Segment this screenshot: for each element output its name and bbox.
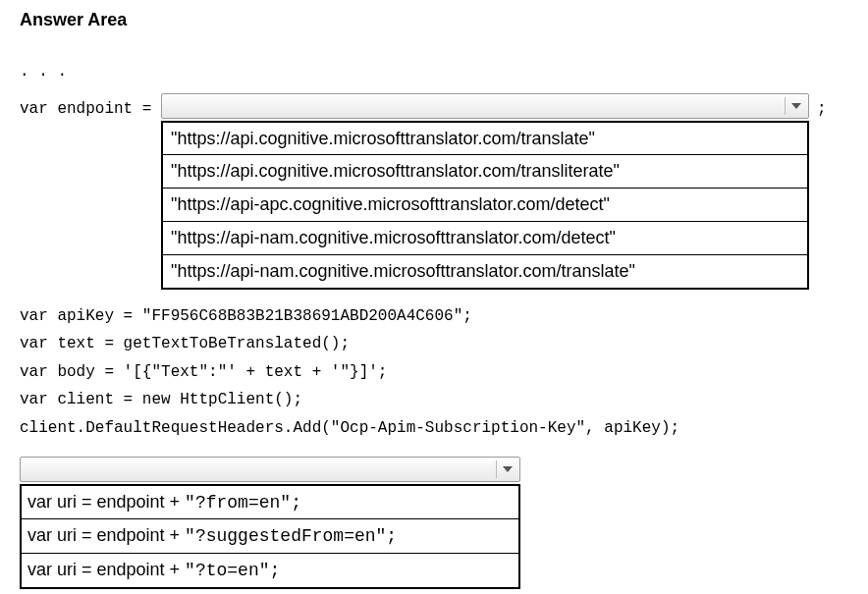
uri-option-prefix: var uri = endpoint + [27,492,185,512]
uri-option-prefix: var uri = endpoint + [27,560,185,579]
endpoint-var-label: var endpoint = [20,93,161,123]
uri-dropdown-container: var uri = endpoint + "?from=en"; var uri… [20,457,520,589]
chevron-down-icon [785,97,804,115]
uri-option[interactable]: var uri = endpoint + "?suggestedFrom=en"… [22,519,518,554]
chevron-down-icon [496,460,515,478]
uri-option-value: "?suggestedFrom=en"; [185,526,397,546]
uri-options-box: var uri = endpoint + "?from=en"; var uri… [20,484,520,589]
code-headers: client.DefaultRequestHeaders.Add("Ocp-Ap… [20,416,848,442]
uri-option-value: "?from=en"; [185,493,301,513]
uri-option[interactable]: var uri = endpoint + "?to=en"; [22,554,518,587]
endpoint-option[interactable]: "https://api-apc.cognitive.microsofttran… [163,189,807,222]
endpoint-option[interactable]: "https://api.cognitive.microsofttranslat… [163,123,807,156]
endpoint-dropdown-row: var endpoint = "https://api.cognitive.mi… [20,93,848,290]
endpoint-option[interactable]: "https://api-nam.cognitive.microsofttran… [163,222,807,255]
code-block: . . . var endpoint = "https://api.cognit… [20,60,848,594]
uri-option-value: "?to=en"; [185,561,280,580]
uri-dropdown-row: var uri = endpoint + "?from=en"; var uri… [20,457,848,589]
page-title: Answer Area [20,10,848,30]
uri-dropdown[interactable] [20,457,520,482]
endpoint-options-box: "https://api.cognitive.microsofttranslat… [161,121,809,290]
uri-option[interactable]: var uri = endpoint + "?from=en"; [22,486,518,520]
code-body: var body = '[{"Text":"' + text + '"}]'; [20,360,848,386]
endpoint-option[interactable]: "https://api.cognitive.microsofttranslat… [163,155,807,189]
uri-option-prefix: var uri = endpoint + [27,525,185,545]
code-text: var text = getTextToBeTranslated(); [20,332,848,357]
endpoint-dropdown-container: "https://api.cognitive.microsofttranslat… [161,93,809,290]
endpoint-option[interactable]: "https://api-nam.cognitive.microsofttran… [163,255,807,288]
code-apikey: var apiKey = "FF956C68B83B21B38691ABD200… [20,304,848,330]
endpoint-semicolon: ; [809,93,827,123]
endpoint-dropdown[interactable] [161,93,809,119]
code-ellipsis: . . . [20,60,848,85]
code-client: var client = new HttpClient(); [20,388,848,413]
